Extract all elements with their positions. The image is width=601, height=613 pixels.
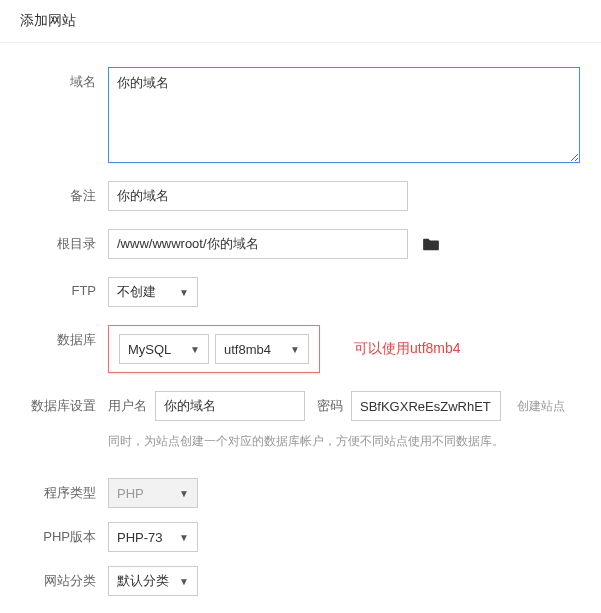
label-database: 数据库	[20, 325, 108, 349]
db-type-select[interactable]: MySQL ▼	[119, 334, 209, 364]
database-highlight-box: MySQL ▼ utf8mb4 ▼	[108, 325, 320, 373]
dialog-body: 域名 你的域名 备注 根目录 FTP 不创建 ▼ 数据库	[0, 43, 601, 613]
dialog-header: 添加网站	[0, 0, 601, 43]
domain-textarea[interactable]: 你的域名	[108, 67, 580, 163]
row-domain: 域名 你的域名	[20, 67, 581, 163]
row-site-category: 网站分类 默认分类 ▼	[20, 566, 581, 596]
site-category-value: 默认分类	[117, 572, 169, 590]
db-type-value: MySQL	[128, 342, 171, 357]
row-ftp: FTP 不创建 ▼	[20, 277, 581, 307]
db-user-label: 用户名	[108, 397, 147, 415]
label-domain: 域名	[20, 67, 108, 91]
remark-input[interactable]	[108, 181, 408, 211]
folder-icon[interactable]	[422, 237, 440, 251]
db-charset-select[interactable]: utf8mb4 ▼	[215, 334, 309, 364]
chevron-down-icon: ▼	[179, 488, 189, 499]
label-remark: 备注	[20, 181, 108, 205]
create-site-link[interactable]: 创建站点	[517, 398, 565, 415]
db-user-input[interactable]	[155, 391, 305, 421]
row-database: 数据库 MySQL ▼ utf8mb4 ▼ 可以使用utf8mb4	[20, 325, 581, 373]
label-php-version: PHP版本	[20, 522, 108, 546]
row-db-settings: 数据库设置 用户名 密码 创建站点 同时，为站点创建一个对应的数据库帐户，方便不…	[20, 391, 581, 450]
php-version-select[interactable]: PHP-73 ▼	[108, 522, 198, 552]
db-annotation: 可以使用utf8mb4	[354, 340, 461, 358]
chevron-down-icon: ▼	[290, 344, 300, 355]
program-type-select: PHP ▼	[108, 478, 198, 508]
label-ftp: FTP	[20, 277, 108, 298]
chevron-down-icon: ▼	[179, 532, 189, 543]
site-category-select[interactable]: 默认分类 ▼	[108, 566, 198, 596]
label-db-settings: 数据库设置	[20, 391, 108, 415]
row-remark: 备注	[20, 181, 581, 211]
root-dir-input[interactable]	[108, 229, 408, 259]
db-charset-value: utf8mb4	[224, 342, 271, 357]
db-pass-input[interactable]	[351, 391, 501, 421]
row-program-type: 程序类型 PHP ▼	[20, 478, 581, 508]
program-type-value: PHP	[117, 486, 144, 501]
label-root: 根目录	[20, 229, 108, 253]
row-root: 根目录	[20, 229, 581, 259]
label-program-type: 程序类型	[20, 478, 108, 502]
db-pass-label: 密码	[317, 397, 343, 415]
ftp-select[interactable]: 不创建 ▼	[108, 277, 198, 307]
chevron-down-icon: ▼	[179, 576, 189, 587]
ftp-select-value: 不创建	[117, 283, 156, 301]
label-site-category: 网站分类	[20, 566, 108, 590]
chevron-down-icon: ▼	[190, 344, 200, 355]
dialog-title: 添加网站	[20, 12, 76, 28]
chevron-down-icon: ▼	[179, 287, 189, 298]
php-version-value: PHP-73	[117, 530, 163, 545]
db-settings-hint: 同时，为站点创建一个对应的数据库帐户，方便不同站点使用不同数据库。	[108, 433, 581, 450]
row-php-version: PHP版本 PHP-73 ▼	[20, 522, 581, 552]
